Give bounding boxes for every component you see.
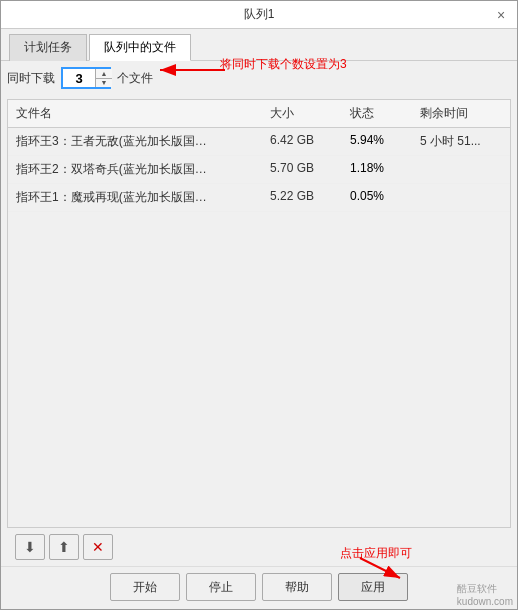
col-header-status: 状态 — [346, 103, 416, 124]
row1-size: 6.42 GB — [266, 131, 346, 152]
move-down-button[interactable]: ⬇ — [15, 534, 45, 560]
tab-queue-files[interactable]: 队列中的文件 — [89, 34, 191, 61]
apply-button[interactable]: 应用 — [338, 573, 408, 601]
stop-button[interactable]: 停止 — [186, 573, 256, 601]
col-header-name: 文件名 — [12, 103, 266, 124]
delete-button[interactable]: ✕ — [83, 534, 113, 560]
sim-download-suffix: 个文件 — [117, 70, 153, 87]
table-row[interactable]: 指环王1：魔戒再现(蓝光加长版国… 5.22 GB 0.05% — [8, 184, 510, 212]
spinbox-up-button[interactable]: ▲ — [96, 69, 112, 79]
close-button[interactable]: × — [493, 7, 509, 23]
file-table: 文件名 大小 状态 剩余时间 指环王3：王者无敌(蓝光加长版国… 6.42 GB… — [7, 99, 511, 528]
spinbox-down-button[interactable]: ▼ — [96, 79, 112, 88]
move-up-button[interactable]: ⬆ — [49, 534, 79, 560]
row3-name: 指环王1：魔戒再现(蓝光加长版国… — [12, 187, 266, 208]
action-buttons: 开始 停止 帮助 应用 — [1, 566, 517, 609]
sim-download-spinbox[interactable]: ▲ ▼ — [61, 67, 111, 89]
row2-size: 5.70 GB — [266, 159, 346, 180]
table-body: 指环王3：王者无敌(蓝光加长版国… 6.42 GB 5.94% 5 小时 51.… — [8, 128, 510, 527]
row1-name: 指环王3：王者无敌(蓝光加长版国… — [12, 131, 266, 152]
sim-download-input[interactable] — [63, 69, 95, 87]
tab-bar: 计划任务 队列中的文件 — [1, 29, 517, 61]
title-bar: 队列1 × — [1, 1, 517, 29]
help-button[interactable]: 帮助 — [262, 573, 332, 601]
table-header: 文件名 大小 状态 剩余时间 — [8, 100, 510, 128]
row3-remaining — [416, 187, 506, 208]
row2-status: 1.18% — [346, 159, 416, 180]
start-button[interactable]: 开始 — [110, 573, 180, 601]
row2-remaining — [416, 159, 506, 180]
row3-size: 5.22 GB — [266, 187, 346, 208]
row3-status: 0.05% — [346, 187, 416, 208]
table-row[interactable]: 指环王3：王者无敌(蓝光加长版国… 6.42 GB 5.94% 5 小时 51.… — [8, 128, 510, 156]
row1-status: 5.94% — [346, 131, 416, 152]
row1-remaining: 5 小时 51... — [416, 131, 506, 152]
table-row[interactable]: 指环王2：双塔奇兵(蓝光加长版国… 5.70 GB 1.18% — [8, 156, 510, 184]
row2-name: 指环王2：双塔奇兵(蓝光加长版国… — [12, 159, 266, 180]
col-header-size: 大小 — [266, 103, 346, 124]
col-header-remaining: 剩余时间 — [416, 103, 506, 124]
sim-download-prefix: 同时下载 — [7, 70, 55, 87]
window-title: 队列1 — [25, 6, 493, 23]
tab-schedule[interactable]: 计划任务 — [9, 34, 87, 61]
sim-download-row: 同时下载 ▲ ▼ 个文件 — [7, 67, 511, 89]
bottom-toolbar: ⬇ ⬆ ✕ — [7, 528, 511, 566]
spinbox-buttons: ▲ ▼ — [95, 69, 112, 87]
main-window: 队列1 × 计划任务 队列中的文件 同时下载 ▲ ▼ 个文件 — [0, 0, 518, 610]
